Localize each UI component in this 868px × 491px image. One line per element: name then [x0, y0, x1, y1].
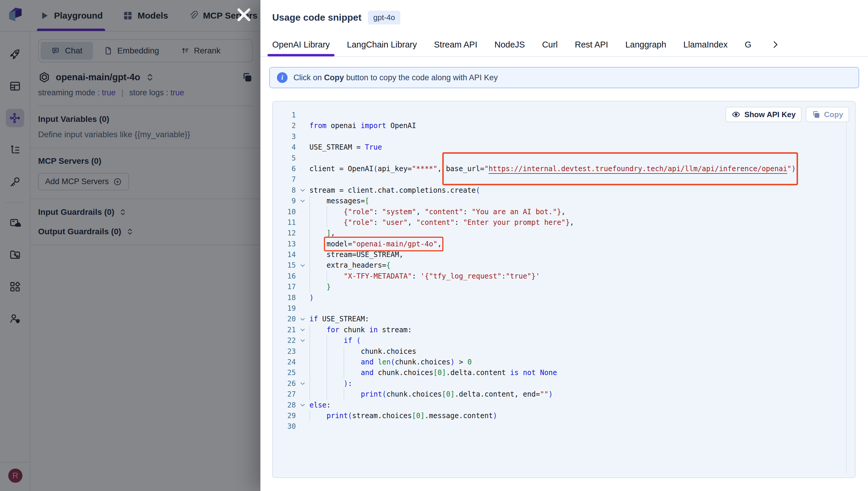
code-token: 0 [467, 357, 472, 367]
code-token [536, 367, 540, 378]
code-token: chunk.choices [395, 357, 451, 367]
line-number: 17 [273, 282, 296, 292]
code-token: " [484, 165, 488, 173]
code-editor[interactable]: 12from openai import OpenAI34USE_STREAM … [273, 110, 842, 475]
code-token: True [365, 142, 382, 152]
tabs-scroll-right-icon[interactable] [770, 39, 780, 50]
line-number: 5 [273, 153, 296, 164]
code-token: ( [382, 389, 386, 400]
fold-gutter [296, 292, 309, 303]
code-token: "content" [425, 206, 463, 217]
code-token: "system" [382, 206, 416, 217]
fold-gutter [296, 164, 309, 174]
code-tab-llamaindex[interactable]: LlamaIndex [683, 33, 728, 56]
fold-gutter [296, 346, 309, 357]
fold-chevron-icon[interactable] [296, 196, 309, 206]
code-token [519, 367, 523, 378]
code-token: ) [309, 292, 313, 303]
copy-code-button[interactable]: Copy [806, 107, 849, 122]
code-token [352, 335, 356, 346]
line-number: 27 [273, 389, 296, 400]
fold-gutter [296, 153, 309, 164]
code-token: , [561, 206, 565, 217]
fold-gutter [296, 228, 309, 238]
fold-chevron-icon[interactable] [296, 400, 309, 410]
fold-chevron-icon[interactable] [296, 185, 309, 196]
code-token: "openai-main/gpt-4o" [352, 240, 438, 248]
code-token: is [510, 367, 519, 378]
fold-gutter [296, 282, 309, 292]
line-number: 10 [273, 206, 296, 217]
indent-guide [327, 357, 344, 367]
code-token: " [787, 165, 791, 173]
code-token: } [327, 282, 331, 292]
code-tab-langgraph[interactable]: Langgraph [625, 33, 666, 56]
close-modal-icon[interactable] [235, 6, 253, 24]
code-token: [0] [442, 389, 455, 400]
banner-text: Click on Copy button to copy the code al… [293, 73, 498, 82]
code-line: 27print(chunk.choices[0].delta.content, … [273, 389, 842, 400]
code-tab-stream-api[interactable]: Stream API [434, 33, 477, 56]
code-token: : [348, 378, 352, 389]
indent-guide [309, 282, 327, 292]
code-line: 8stream = client.chat.completions.create… [273, 185, 842, 196]
fold-chevron-icon[interactable] [296, 260, 309, 270]
code-line: 17} [273, 282, 842, 292]
code-line: 11{"role": "user", "content": "Enter you… [273, 217, 842, 228]
code-library-tabs: OpenAI LibraryLangChain LibraryStream AP… [260, 33, 868, 57]
code-token: openai [327, 120, 361, 131]
code-line: 6client = OpenAI(api_key="****", base_ur… [273, 164, 842, 174]
code-token: > [455, 357, 467, 367]
code-token: USE_STREAM: [318, 314, 369, 324]
indent-guide [327, 346, 344, 357]
code-line: 29print(stream.choices[0].message.conten… [273, 410, 842, 421]
fold-gutter [296, 367, 309, 378]
code-tab-g[interactable]: G [745, 33, 752, 56]
code-token: print [361, 389, 382, 400]
usage-code-snippet-modal: Usage code snippet gpt-4o OpenAI Library… [260, 0, 868, 491]
line-number: 26 [273, 378, 296, 389]
fold-gutter [296, 239, 309, 249]
code-tab-langchain-library[interactable]: LangChain Library [347, 33, 417, 56]
code-line: 23chunk.choices [273, 346, 842, 357]
line-number: 3 [273, 131, 296, 142]
show-api-key-button[interactable]: Show API Key [725, 107, 802, 122]
code-token: .delta.content [446, 367, 510, 378]
code-token: ( [348, 410, 352, 421]
fold-gutter [296, 249, 309, 260]
code-token: USE_STREAM = [309, 142, 365, 152]
code-token: ] [327, 228, 331, 238]
modal-header: Usage code snippet gpt-4o [260, 0, 868, 33]
code-token: : [412, 271, 420, 282]
code-token: from [309, 120, 327, 131]
code-token: : [373, 217, 382, 228]
code-scrollbar[interactable] [846, 120, 847, 473]
fold-gutter [296, 389, 309, 400]
code-tab-nodejs[interactable]: NodeJS [495, 33, 525, 56]
code-token: : [455, 217, 463, 228]
indent-guide [309, 378, 327, 389]
indent-guide [309, 239, 327, 249]
code-tab-openai-library[interactable]: OpenAI Library [272, 33, 330, 56]
fold-chevron-icon[interactable] [296, 335, 309, 346]
indent-guide [309, 335, 327, 346]
code-token: ) [791, 165, 796, 173]
code-token: model= [327, 240, 352, 248]
code-token: ( [391, 357, 395, 367]
copy-info-banner: i Click on Copy button to copy the code … [269, 67, 859, 88]
fold-gutter [296, 110, 309, 120]
code-token: ( [476, 185, 480, 196]
indent-guide [327, 389, 344, 400]
code-token: else [309, 400, 327, 410]
code-line: 26): [273, 378, 842, 389]
line-number: 1 [273, 110, 296, 120]
line-number: 30 [273, 421, 296, 432]
fold-chevron-icon[interactable] [296, 314, 309, 324]
code-token: client = OpenAI [309, 164, 373, 174]
code-tab-curl[interactable]: Curl [542, 33, 558, 56]
code-token: , [416, 206, 425, 217]
code-tab-rest-api[interactable]: Rest API [575, 33, 608, 56]
fold-chevron-icon[interactable] [296, 378, 309, 389]
modal-backdrop[interactable] [0, 0, 260, 491]
fold-chevron-icon[interactable] [296, 324, 309, 335]
